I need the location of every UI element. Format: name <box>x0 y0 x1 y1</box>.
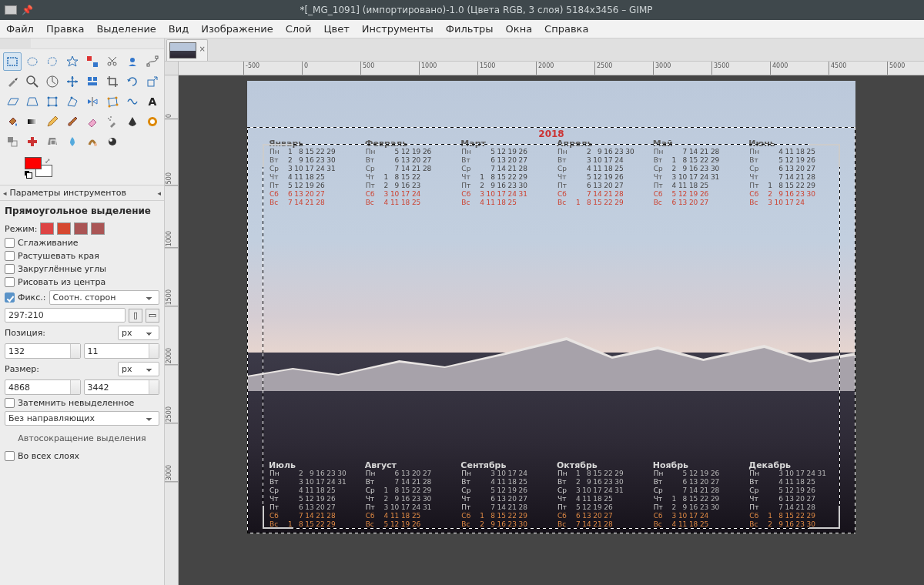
crop-handle-tl[interactable] <box>263 144 293 167</box>
tool-foreground-select[interactable] <box>123 52 142 71</box>
tool-eraser[interactable] <box>83 112 102 131</box>
fixed-label: Фикс.: <box>18 292 46 303</box>
position-unit[interactable]: px <box>118 326 159 340</box>
feather-label: Растушевать края <box>18 251 99 261</box>
menu-item-фильтры[interactable]: Фильтры <box>446 23 494 35</box>
tool-heal[interactable] <box>23 132 42 151</box>
tool-align[interactable] <box>83 72 102 91</box>
menu-item-выделение[interactable]: Выделение <box>96 23 156 35</box>
highlight-check[interactable] <box>5 398 15 408</box>
tool-scissors[interactable] <box>103 52 122 71</box>
mode-intersect[interactable] <box>91 222 105 235</box>
tool-ellipse-select[interactable] <box>23 52 42 71</box>
size-unit[interactable]: px <box>118 362 159 376</box>
size-w-input[interactable]: 4868 <box>5 379 81 395</box>
pos-y-input[interactable]: 11 <box>84 343 160 359</box>
tool-warp[interactable] <box>123 92 142 111</box>
menu-item-файл[interactable]: Файл <box>6 23 34 35</box>
tool-text[interactable]: A <box>143 92 162 111</box>
tool-shear[interactable] <box>3 92 22 111</box>
reset-colors-icon[interactable] <box>25 171 31 177</box>
fixed-check[interactable] <box>5 292 15 303</box>
tool-free-select[interactable] <box>43 52 62 71</box>
tool-mypaint[interactable] <box>143 112 162 131</box>
pin-icon[interactable]: 📌 <box>22 5 33 15</box>
tool-perspective[interactable] <box>23 92 42 111</box>
fixed-select[interactable]: Соотн. сторон <box>49 290 159 305</box>
menu-item-слой[interactable]: Слой <box>286 23 312 35</box>
all-layers-check[interactable] <box>5 451 15 461</box>
menu-item-правка[interactable]: Правка <box>46 23 84 35</box>
aspect-input[interactable] <box>5 308 126 323</box>
tool-rotate[interactable] <box>123 72 142 91</box>
tool-airbrush[interactable] <box>103 112 122 131</box>
tool-perspective-clone[interactable] <box>43 132 62 151</box>
tool-flip[interactable] <box>83 92 102 111</box>
tool-cage[interactable] <box>103 92 122 111</box>
tool-bucket-fill[interactable] <box>3 112 22 131</box>
svg-point-21 <box>108 98 110 100</box>
guides-select[interactable]: Без направляющих <box>5 411 159 426</box>
close-tab-icon[interactable]: × <box>199 45 206 53</box>
crop-handle-br[interactable] <box>809 506 840 529</box>
antialias-check[interactable] <box>5 238 15 248</box>
collapse-icon[interactable]: ◂ <box>3 189 7 197</box>
tool-rect-select[interactable] <box>3 52 22 71</box>
menu-item-справка[interactable]: Справка <box>544 23 588 35</box>
tool-pencil[interactable] <box>43 112 62 131</box>
horizontal-ruler[interactable]: -500050010001500200025003000350040004500… <box>179 62 924 75</box>
highlight-label: Затемнить невыделенное <box>18 398 134 408</box>
mode-subtract[interactable] <box>74 222 88 235</box>
menu-item-изображение[interactable]: Изображение <box>201 23 273 35</box>
tool-smudge[interactable] <box>83 132 102 151</box>
tool-blur[interactable] <box>63 132 82 151</box>
orient-landscape-icon[interactable]: ▭ <box>146 309 159 323</box>
svg-text:A: A <box>149 95 157 108</box>
tool-by-color-select[interactable] <box>83 52 102 71</box>
tool-scale[interactable] <box>143 72 162 91</box>
tool-ink[interactable] <box>123 112 142 131</box>
svg-point-37 <box>109 139 112 142</box>
tool-dodge[interactable] <box>103 132 122 151</box>
size-h-input[interactable]: 3442 <box>84 379 160 395</box>
menu-item-вид[interactable]: Вид <box>169 23 189 35</box>
menu-item-окна[interactable]: Окна <box>506 23 533 35</box>
ruler-corner[interactable] <box>165 62 179 75</box>
tool-paths[interactable] <box>143 52 162 71</box>
tool-crop[interactable] <box>103 72 122 91</box>
tool-color-picker[interactable] <box>3 72 22 91</box>
tool-fuzzy-select[interactable] <box>63 52 82 71</box>
from-center-check[interactable] <box>5 277 15 287</box>
menu-item-цвет[interactable]: Цвет <box>323 23 349 35</box>
tool-handle-transform[interactable] <box>63 92 82 111</box>
feather-check[interactable] <box>5 251 15 261</box>
toolbox: A <box>0 49 164 154</box>
image-canvas[interactable]: 2018 ЯнварьПн18152229Вт29162330Ср3101724… <box>247 81 855 533</box>
menu-item-инструменты[interactable]: Инструменты <box>362 23 434 35</box>
mode-replace[interactable] <box>40 222 54 235</box>
tool-zoom[interactable] <box>23 72 42 91</box>
rounded-check[interactable] <box>5 264 15 274</box>
crop-handle-bl[interactable] <box>263 506 293 529</box>
color-swatches[interactable]: ⤢ <box>0 154 164 185</box>
svg-point-18 <box>48 105 50 107</box>
tool-options-menu-icon[interactable]: ◂ <box>157 189 161 197</box>
swap-colors-icon[interactable]: ⤢ <box>45 157 51 165</box>
pos-x-input[interactable]: 132 <box>5 343 81 359</box>
tool-paintbrush[interactable] <box>63 112 82 131</box>
mode-add[interactable] <box>57 222 71 235</box>
image-tab[interactable]: × <box>166 39 208 61</box>
canvas-area[interactable]: -500050010001500200025003000350040004500… <box>165 62 924 585</box>
tool-blend[interactable] <box>23 112 42 131</box>
tool-clone[interactable] <box>3 132 22 151</box>
svg-rect-13 <box>88 82 97 85</box>
vertical-ruler[interactable]: 050010001500200025003000 <box>165 75 179 585</box>
autoshrink-button[interactable]: Автосокращение выделения <box>5 429 159 448</box>
tool-move[interactable] <box>63 72 82 91</box>
orient-portrait-icon[interactable]: ▯ <box>129 309 142 323</box>
tool-unified-transform[interactable] <box>43 92 62 111</box>
canvas-viewport[interactable]: 2018 ЯнварьПн18152229Вт29162330Ср3101724… <box>179 75 924 585</box>
fg-color-swatch[interactable] <box>25 157 42 169</box>
crop-handle-tr[interactable] <box>809 144 840 167</box>
tool-measure[interactable] <box>43 72 62 91</box>
